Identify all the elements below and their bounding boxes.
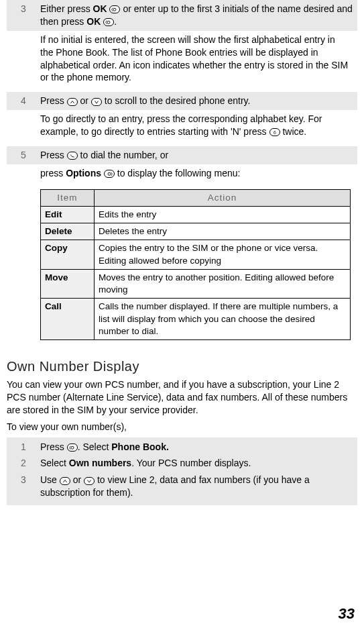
text: . Your PCS number displays. — [131, 458, 251, 468]
own-step-3: 3 Use or to view Line 2, data and fax nu… — [7, 472, 357, 501]
table-header-action: Action — [95, 189, 351, 206]
ok-label: OK — [86, 16, 101, 27]
down-nav-icon — [91, 98, 102, 106]
step-number: 4 — [7, 92, 40, 110]
text: twice. — [280, 126, 307, 137]
action-cell: Moves the entry to another position. Edi… — [95, 269, 351, 298]
text: to dial the number, or — [78, 150, 168, 160]
text: to display the following menu: — [117, 168, 241, 178]
step-3-header: 3 Either press OK or enter up to the fir… — [7, 0, 357, 31]
text: Press — [40, 441, 67, 452]
own-number-steps: 1 Press . Select Phone Book. 2 Select Ow… — [7, 437, 357, 506]
svg-point-1 — [107, 21, 110, 23]
step-number: 1 — [7, 439, 40, 456]
up-nav-icon — [60, 477, 70, 485]
item-cell: Edit — [41, 207, 95, 223]
text: or — [78, 95, 91, 106]
item-cell: Copy — [41, 240, 95, 269]
ok-nav-icon — [109, 5, 120, 13]
action-cell: Edits the entry — [95, 207, 351, 223]
action-cell: Copies the entry to the SIM or the phone… — [95, 240, 351, 269]
step-5-instruction: Press to dial the number, or — [40, 146, 357, 164]
own-step-1: 1 Press . Select Phone Book. — [7, 439, 357, 456]
text: to scroll to the desired phone entry. — [102, 95, 251, 106]
step-5-header: 5 Press to dial the number, or — [7, 146, 357, 164]
table-row: CallCalls the number displayed. If there… — [41, 299, 351, 340]
options-menu-table: Item Action EditEdits the entry DeleteDe… — [40, 189, 351, 340]
action-cell: Calls the number displayed. If there are… — [95, 299, 351, 340]
text: . Select — [78, 441, 112, 452]
text: . — [114, 16, 117, 27]
step-number: 2 — [7, 455, 40, 472]
text: Either press — [40, 3, 93, 14]
svg-point-0 — [113, 9, 116, 11]
table-row: DeleteDeletes the entry — [41, 223, 351, 240]
options-label: Options — [66, 168, 101, 178]
step-number: 3 — [7, 472, 40, 488]
page-number: 33 — [339, 604, 355, 624]
section-heading-own-number: Own Number Display — [7, 358, 357, 376]
text: Press — [40, 150, 67, 160]
step-5-options-line: press Options to display the following m… — [40, 164, 357, 185]
step-4-body: To go directly to an entry, press the co… — [40, 110, 357, 144]
text: or — [70, 474, 84, 485]
own-numbers-label: Own numbers — [69, 458, 131, 468]
table-row: MoveMoves the entry to another position.… — [41, 269, 351, 298]
svg-point-3 — [108, 172, 111, 175]
own-step-2: 2 Select Own numbers. Your PCS number di… — [7, 455, 357, 472]
svg-point-4 — [71, 446, 74, 449]
ok-nav-icon — [67, 443, 78, 452]
step-4-instruction: Press or to scroll to the desired phone … — [40, 92, 357, 110]
table-row: EditEdits the entry — [41, 207, 351, 223]
own-number-prompt: To view your own number(s), — [7, 421, 357, 433]
right-nav-icon — [104, 170, 115, 178]
item-cell: Move — [41, 269, 95, 298]
up-nav-icon — [67, 98, 78, 106]
table-row: CopyCopies the entry to the SIM or the p… — [41, 240, 351, 269]
step-number: 3 — [7, 0, 40, 18]
step-3-body: If no initial is entered, the screen wil… — [40, 31, 357, 90]
step-4-header: 4 Press or to scroll to the desired phon… — [7, 92, 357, 110]
key-6-icon: 6 — [269, 128, 280, 136]
text: press — [40, 168, 66, 178]
item-cell: Delete — [41, 223, 95, 240]
ok-label: OK — [93, 3, 107, 14]
text: Press — [40, 95, 67, 106]
ok-nav-icon — [103, 18, 114, 26]
own-number-body: You can view your own PCS number, and if… — [7, 378, 357, 417]
down-nav-icon — [84, 477, 95, 485]
item-cell: Call — [41, 299, 95, 340]
step-number: 5 — [7, 146, 40, 164]
call-key-icon — [67, 152, 78, 160]
action-cell: Deletes the entry — [95, 223, 351, 240]
svg-text:6: 6 — [274, 130, 276, 135]
phone-book-label: Phone Book. — [111, 441, 169, 452]
step-3-instruction: Either press OK or enter up to the first… — [40, 0, 357, 31]
text: Select — [40, 458, 69, 468]
table-header-item: Item — [41, 189, 95, 206]
text: Use — [40, 474, 60, 485]
